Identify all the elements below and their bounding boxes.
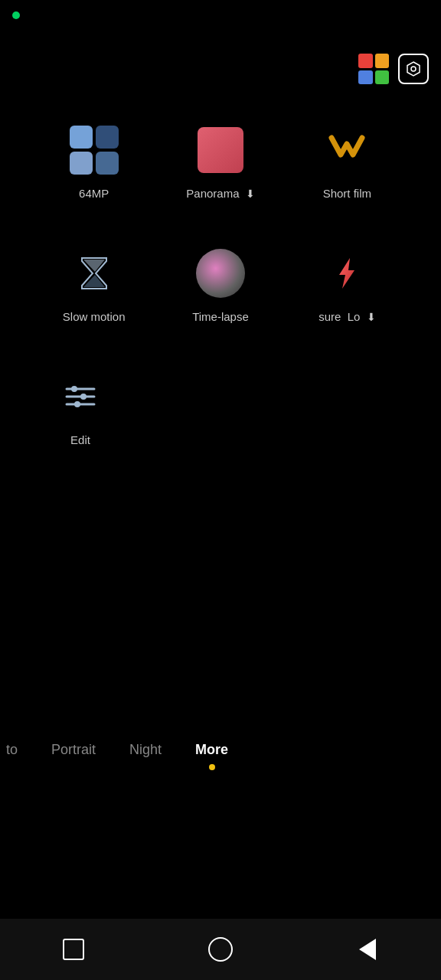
status-dot [12,11,20,19]
slowmotion-icon [67,246,122,301]
svg-point-6 [80,394,87,400]
mode-item-slowmotion[interactable]: Slow motion [52,246,136,323]
longexposure-download-icon: ⬇ [367,311,376,323]
home-icon [208,937,233,962]
slowmotion-shape [70,249,119,298]
panorama-shape [198,127,243,173]
bottom-tabs: to Portrait Night More [0,734,441,766]
nav-bar [0,919,441,980]
svg-point-7 [74,401,80,407]
mode-row-1: 64MP Panorama ⬇ Short film [31,122,410,200]
edit-shape [56,372,105,421]
64mp-squares [70,126,119,175]
back-icon [359,939,376,960]
64mp-icon [67,122,122,178]
tab-night-label: Night [129,742,162,757]
panorama-icon [193,122,248,178]
mode-row-2: Slow motion Time-lapse [31,246,410,323]
edit-icon [53,369,108,424]
tab-auto-label: to [6,742,18,757]
mode-label-shortfilm: Short film [323,187,371,200]
status-bar [0,0,441,31]
recents-icon [63,939,84,960]
tab-more-label: More [195,742,228,757]
mode-item-panorama[interactable]: Panorama ⬇ [178,122,263,200]
longexposure-shape [322,249,371,298]
back-button[interactable] [352,934,383,965]
mode-item-timelapse[interactable]: Time-lapse [178,246,263,323]
mode-item-shortfilm[interactable]: Short film [305,122,389,200]
panorama-download-icon: ⬇ [246,188,255,200]
mode-label-timelapse: Time-lapse [192,310,249,323]
tab-night[interactable]: Night [113,734,178,766]
svg-point-1 [411,67,416,71]
top-icons [358,54,429,84]
timelapse-icon [193,246,248,301]
svg-point-5 [71,386,77,392]
mode-label-edit: Edit [70,433,90,446]
tab-auto[interactable]: to [0,734,34,766]
grid-apps-icon[interactable] [358,54,389,84]
svg-marker-0 [407,62,420,76]
settings-icon[interactable] [398,54,429,84]
mode-label-panorama: Panorama ⬇ [186,187,254,200]
shortfilm-icon [319,122,374,178]
home-button[interactable] [205,934,236,965]
shortfilm-shape [322,126,371,175]
timelapse-shape [196,249,245,298]
tab-more[interactable]: More [178,734,245,766]
mode-row-3: Edit [31,369,410,446]
longexposure-icon [319,246,374,301]
tab-more-indicator [209,764,215,770]
recents-button[interactable] [58,934,89,965]
tab-portrait[interactable]: Portrait [34,734,113,766]
tab-portrait-label: Portrait [51,742,96,757]
mode-label-longexposure: sure Lo ⬇ [318,310,375,323]
mode-item-64mp[interactable]: 64MP [52,122,136,200]
mode-grid: 64MP Panorama ⬇ Short film [0,122,441,492]
mode-label-slowmotion: Slow motion [63,310,126,323]
mode-item-longexposure[interactable]: sure Lo ⬇ [305,246,389,323]
mode-label-64mp: 64MP [79,187,109,200]
mode-item-edit[interactable]: Edit [38,369,122,446]
